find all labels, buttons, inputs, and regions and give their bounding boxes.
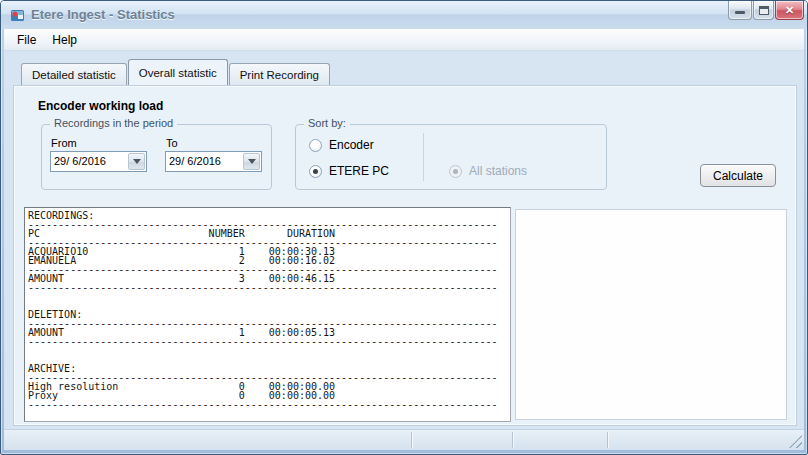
radio-encoder[interactable]: Encoder xyxy=(309,138,374,152)
report-textarea[interactable]: RECORDINGS: ----------------------------… xyxy=(24,207,511,422)
maximize-icon xyxy=(759,6,769,15)
statusbar-divider xyxy=(411,432,412,448)
radio-etere-pc[interactable]: ETERE PC xyxy=(309,164,389,178)
secondary-report-panel xyxy=(515,209,787,420)
minimize-button[interactable] xyxy=(728,1,752,20)
to-date-value: 29/ 6/2016 xyxy=(166,152,242,171)
statusbar-divider xyxy=(512,432,513,448)
client-area: Detailed statistic Overall statistic Pri… xyxy=(4,51,804,450)
report-text: RECORDINGS: ----------------------------… xyxy=(25,208,510,409)
statusbar-divider xyxy=(607,432,608,448)
sort-by-group: Sort by: Encoder ETERE PC All stations xyxy=(295,124,607,190)
sort-by-legend: Sort by: xyxy=(304,117,350,129)
radio-encoder-label: Encoder xyxy=(329,138,374,152)
from-date-value: 29/ 6/2016 xyxy=(51,152,127,171)
app-icon xyxy=(10,7,26,23)
app-window: Etere Ingest - Statistics ✕ File Help De… xyxy=(0,0,808,455)
tab-overall-statistic[interactable]: Overall statistic xyxy=(128,59,228,85)
menu-bar: File Help xyxy=(4,29,804,51)
radio-unchecked-icon xyxy=(309,139,322,152)
tab-page-overall-statistic: Encoder working load Recordings in the p… xyxy=(13,85,797,426)
chevron-down-icon xyxy=(133,159,141,164)
minimize-icon xyxy=(735,11,745,14)
from-date-combobox[interactable]: 29/ 6/2016 xyxy=(50,151,147,172)
titlebar: Etere Ingest - Statistics ✕ xyxy=(1,1,807,29)
maximize-button[interactable] xyxy=(753,1,774,20)
resize-grip-icon[interactable] xyxy=(789,435,802,448)
menu-help[interactable]: Help xyxy=(44,30,85,50)
calculate-button[interactable]: Calculate xyxy=(700,164,776,187)
from-date-dropdown-button[interactable] xyxy=(128,153,145,170)
close-button[interactable]: ✕ xyxy=(775,1,804,20)
radio-disabled-icon xyxy=(449,165,462,178)
recordings-period-group: Recordings in the period From To 29/ 6/2… xyxy=(41,124,272,190)
to-date-combobox[interactable]: 29/ 6/2016 xyxy=(165,151,262,172)
tab-print-recording[interactable]: Print Recording xyxy=(229,63,330,85)
recordings-period-legend: Recordings in the period xyxy=(50,117,177,129)
tab-detailed-statistic[interactable]: Detailed statistic xyxy=(21,63,127,85)
radio-etere-pc-label: ETERE PC xyxy=(329,164,389,178)
chevron-down-icon xyxy=(248,159,256,164)
close-icon: ✕ xyxy=(785,4,794,17)
sort-group-divider xyxy=(423,133,424,181)
to-label: To xyxy=(166,137,178,149)
menu-file[interactable]: File xyxy=(9,30,44,50)
from-label: From xyxy=(51,137,77,149)
section-heading: Encoder working load xyxy=(38,99,163,113)
radio-all-stations-label: All stations xyxy=(469,164,527,178)
to-date-dropdown-button[interactable] xyxy=(243,153,260,170)
radio-all-stations: All stations xyxy=(449,164,527,178)
status-bar xyxy=(4,429,804,450)
radio-checked-icon xyxy=(309,165,322,178)
tab-strip: Detailed statistic Overall statistic Pri… xyxy=(21,59,331,85)
window-title: Etere Ingest - Statistics xyxy=(31,7,175,22)
